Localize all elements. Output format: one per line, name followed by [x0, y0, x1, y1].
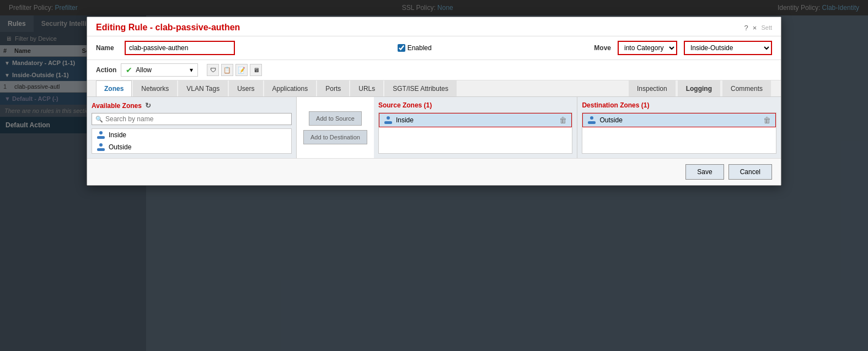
- toolbar-btn-1[interactable]: 🛡: [207, 64, 219, 76]
- save-button[interactable]: Save: [685, 164, 724, 180]
- tab-ports[interactable]: Ports: [317, 80, 349, 96]
- zones-panels: Available Zones ↻ 🔍 Inside: [87, 97, 781, 158]
- action-check-icon: ✔: [126, 66, 132, 74]
- action-label: Action: [96, 66, 116, 74]
- source-zones-title: Source Zones (1): [378, 101, 573, 109]
- available-zone-list: Inside Outside: [92, 128, 292, 154]
- tab-logging[interactable]: Logging: [678, 80, 720, 96]
- list-item[interactable]: Inside 🗑: [379, 113, 572, 127]
- tab-comments[interactable]: Comments: [722, 80, 771, 96]
- destination-zones-panel: Destination Zones (1) Outside 🗑: [577, 97, 781, 158]
- action-toolbar: 🛡 📋 📝 🖥: [207, 64, 262, 76]
- destination-zone-list: Outside 🗑: [582, 112, 776, 154]
- delete-source-icon[interactable]: 🗑: [559, 116, 567, 125]
- dest-zone-icon: [587, 116, 596, 124]
- move-target-select[interactable]: Inside-Outside: [684, 41, 772, 55]
- modal-overlay: Editing Rule - clab-passive-authen ? × S…: [0, 0, 868, 351]
- list-item[interactable]: Outside 🗑: [582, 113, 776, 127]
- zone-network-icon: [97, 131, 105, 139]
- form-name-row: Name Enabled Move into Category Inside-O…: [87, 36, 781, 60]
- toolbar-btn-4[interactable]: 🖥: [250, 64, 262, 76]
- zones-content: Available Zones ↻ 🔍 Inside: [87, 97, 781, 158]
- tab-inspection[interactable]: Inspection: [629, 80, 676, 96]
- tab-sgt[interactable]: SGT/ISE Attributes: [384, 80, 457, 96]
- main-area: Rules Security Intelligence 🖥 Filter by …: [0, 15, 868, 351]
- available-zones-title: Available Zones ↻: [92, 101, 292, 110]
- tab-users[interactable]: Users: [229, 80, 262, 96]
- list-item[interactable]: Inside: [92, 129, 291, 141]
- edit-rule-modal: Editing Rule - clab-passive-authen ? × S…: [87, 17, 781, 186]
- destination-zones-title: Destination Zones (1): [582, 101, 776, 109]
- available-zones-panel: Available Zones ↻ 🔍 Inside: [87, 97, 297, 158]
- action-value: Allow: [136, 66, 152, 74]
- close-button[interactable]: ×: [753, 24, 757, 32]
- modal-controls: ? × Sett: [744, 24, 772, 32]
- search-input[interactable]: [105, 115, 288, 123]
- dest-zone-name: Outside: [599, 116, 622, 124]
- tab-networks[interactable]: Networks: [133, 80, 177, 96]
- refresh-icon[interactable]: ↻: [145, 101, 151, 110]
- move-label: Move: [594, 44, 611, 52]
- right-tabs: Inspection Logging Comments: [629, 80, 772, 96]
- zone-name-inside: Inside: [109, 131, 126, 139]
- name-input[interactable]: [125, 41, 235, 55]
- action-dropdown-icon: ▾: [190, 66, 193, 74]
- source-zone-name: Inside: [396, 116, 414, 124]
- name-label: Name: [96, 44, 118, 52]
- action-select[interactable]: ✔ Allow ▾: [121, 63, 198, 77]
- tab-applications[interactable]: Applications: [264, 80, 317, 96]
- tab-zones[interactable]: Zones: [96, 80, 132, 96]
- action-row: Action ✔ Allow ▾ 🛡 📋 📝 🖥: [87, 60, 781, 80]
- cancel-button[interactable]: Cancel: [728, 164, 772, 180]
- modal-footer: Save Cancel: [87, 158, 781, 185]
- source-zones-panel: Source Zones (1) Inside 🗑: [374, 97, 578, 158]
- zone-network-icon: [97, 143, 105, 151]
- delete-dest-icon[interactable]: 🗑: [763, 116, 771, 125]
- source-zone-list: Inside 🗑: [378, 112, 573, 154]
- middle-buttons: Add to Source Add to Destination: [297, 97, 374, 158]
- enabled-checkbox-wrap: Enabled: [398, 44, 432, 52]
- tabs-row: Zones Networks VLAN Tags Users Applicati…: [87, 80, 781, 97]
- source-zone-icon: [384, 116, 393, 124]
- help-button[interactable]: ?: [744, 24, 748, 32]
- list-item[interactable]: Outside: [92, 141, 291, 153]
- settings-label: Sett: [761, 24, 772, 31]
- modal-titlebar: Editing Rule - clab-passive-authen ? × S…: [87, 17, 781, 36]
- move-category-select[interactable]: into Category: [618, 41, 677, 55]
- search-box[interactable]: 🔍: [92, 113, 292, 125]
- zone-name-outside: Outside: [109, 143, 131, 151]
- search-icon: 🔍: [95, 116, 103, 123]
- tab-urls[interactable]: URLs: [350, 80, 383, 96]
- enabled-checkbox[interactable]: [398, 44, 405, 52]
- enabled-label: Enabled: [408, 44, 432, 52]
- modal-title: Editing Rule - clab-passive-authen: [96, 23, 240, 33]
- add-destination-button[interactable]: Add to Destination: [303, 130, 367, 144]
- tab-vlan-tags[interactable]: VLAN Tags: [178, 80, 228, 96]
- toolbar-btn-2[interactable]: 📋: [221, 64, 233, 76]
- toolbar-btn-3[interactable]: 📝: [235, 64, 248, 76]
- add-source-button[interactable]: Add to Source: [309, 111, 362, 126]
